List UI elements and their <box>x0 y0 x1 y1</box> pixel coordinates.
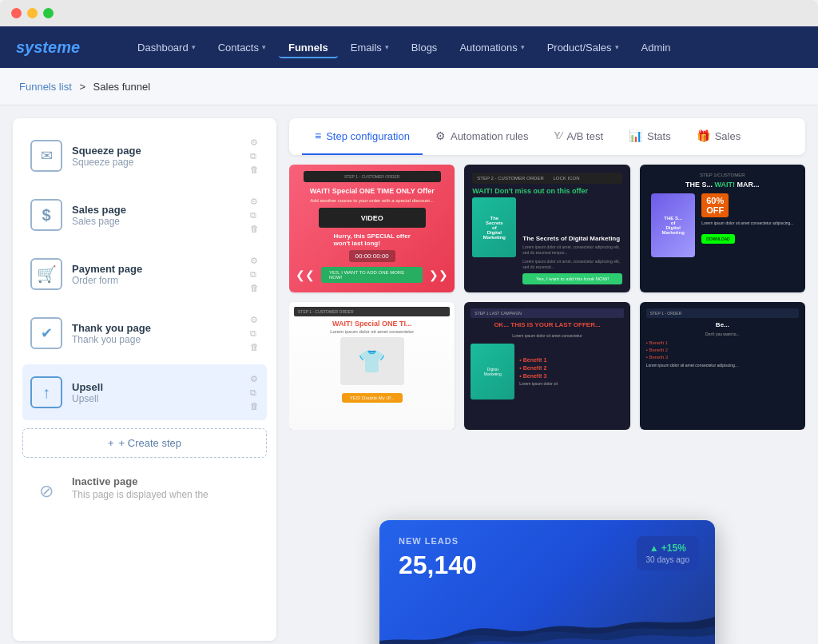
step-item-upsell[interactable]: ↑ Upsell Upsell ⚙ ⧉ 🗑 <box>22 364 267 420</box>
step-sub-upsell: Upsell <box>72 393 240 404</box>
copy-icon[interactable]: ⧉ <box>250 388 259 398</box>
template-preview-5: STEP 1 LAST CAMPAIGN OK... THIS IS YOUR … <box>464 302 629 430</box>
tab-automation-rules[interactable]: ⚙ Automation rules <box>423 118 542 155</box>
template-card-1[interactable]: STEP 1 - CUSTOMER ORDER WAIT! Special ON… <box>289 165 455 292</box>
nav-funnels[interactable]: Funnels <box>279 37 338 58</box>
delete-icon[interactable]: 🗑 <box>250 342 259 352</box>
close-button[interactable] <box>11 8 22 18</box>
minimize-button[interactable] <box>27 8 38 18</box>
plus-icon: + <box>108 437 114 449</box>
nav-items: Dashboard ▾ Contacts ▾ Funnels Emails ▾ … <box>128 37 802 58</box>
breadcrumb: Funnels list > Sales funnel <box>0 68 818 105</box>
step-title-squeeze: Squeeze page <box>72 145 240 157</box>
stats-card: NEW LEADS 25,140 ▲ +15% 30 days ago <box>379 520 715 644</box>
tab-label-ab-test: A/B test <box>567 130 604 142</box>
payment-page-icon: 🛒 <box>30 258 62 290</box>
template-card-3[interactable]: STEP 1/CUSTOMER THE S... WAIT! MAR... TH… <box>640 165 805 292</box>
delete-icon[interactable]: 🗑 <box>250 224 259 233</box>
templates-grid: STEP 1 - CUSTOMER ORDER WAIT! Special ON… <box>289 165 805 430</box>
stats-period: 30 days ago <box>646 555 690 564</box>
tab-label-sales: Sales <box>715 130 741 142</box>
nav-emails[interactable]: Emails ▾ <box>341 37 399 58</box>
inactive-page-title: Inactive page <box>72 475 208 487</box>
main-layout: ✉ Squeeze page Squeeze page ⚙ ⧉ 🗑 $ Sale… <box>0 105 818 644</box>
copy-icon[interactable]: ⧉ <box>250 151 259 161</box>
settings-icon[interactable]: ⚙ <box>250 256 259 266</box>
tab-bar: ≡ Step configuration ⚙ Automation rules … <box>289 118 805 155</box>
step-item-payment[interactable]: 🛒 Payment page Order form ⚙ ⧉ 🗑 <box>22 246 267 302</box>
chevron-down-icon: ▾ <box>521 43 525 51</box>
template-preview-3: STEP 1/CUSTOMER THE S... WAIT! MAR... TH… <box>640 165 805 292</box>
sales-page-icon: $ <box>30 199 62 231</box>
right-panel: ≡ Step configuration ⚙ Automation rules … <box>289 118 805 641</box>
template-card-2[interactable]: STEP 2 - CUSTOMER ORDER LOCK ICON WAIT! … <box>464 165 629 292</box>
tab-step-configuration[interactable]: ≡ Step configuration <box>302 118 423 155</box>
thankyou-page-icon: ✔ <box>30 317 62 349</box>
inactive-page-description: This page is displayed when the <box>72 487 208 502</box>
chevron-down-icon: ▾ <box>192 43 196 51</box>
step-actions-payment: ⚙ ⧉ 🗑 <box>250 256 259 292</box>
maximize-button[interactable] <box>43 8 54 18</box>
delete-icon[interactable]: 🗑 <box>250 283 259 292</box>
template-preview-6: STEP 1 - ORDER Be... Don't you want to..… <box>640 302 805 430</box>
create-step-button[interactable]: + + Create step <box>22 428 267 458</box>
step-title-thankyou: Thank you page <box>72 322 240 334</box>
nav-dashboard[interactable]: Dashboard ▾ <box>128 37 205 58</box>
step-sub-sales: Sales page <box>72 216 240 227</box>
nav-blogs[interactable]: Blogs <box>402 37 447 58</box>
tab-label-stats: Stats <box>647 130 671 142</box>
content-wrapper: STEP 1 - CUSTOMER ORDER WAIT! Special ON… <box>289 165 805 641</box>
template-card-6[interactable]: STEP 1 - ORDER Be... Don't you want to..… <box>640 302 805 430</box>
step-title-payment: Payment page <box>72 263 240 275</box>
stats-chart <box>379 593 715 644</box>
ab-icon: Y⁄ <box>554 130 562 141</box>
delete-icon[interactable]: 🗑 <box>250 165 259 174</box>
copy-icon[interactable]: ⧉ <box>250 210 259 221</box>
chart-icon: 📊 <box>629 129 642 142</box>
step-actions-thankyou: ⚙ ⧉ 🗑 <box>250 315 259 352</box>
breadcrumb-current: Sales funnel <box>93 81 151 93</box>
settings-icon[interactable]: ⚙ <box>250 137 259 148</box>
settings-icon[interactable]: ⚙ <box>250 374 259 384</box>
template-card-5[interactable]: STEP 1 LAST CAMPAIGN OK... THIS IS YOUR … <box>464 302 629 430</box>
squeeze-page-icon: ✉ <box>30 140 62 172</box>
navbar: systeme Dashboard ▾ Contacts ▾ Funnels E… <box>0 26 818 68</box>
step-title-sales: Sales page <box>72 204 240 216</box>
nav-admin[interactable]: Admin <box>632 37 681 58</box>
logo: systeme <box>16 38 80 57</box>
inactive-page-item[interactable]: ⊘ Inactive page This page is displayed w… <box>22 466 267 517</box>
tab-sales[interactable]: 🎁 Sales <box>684 118 754 155</box>
chevron-down-icon: ▾ <box>385 43 389 51</box>
settings-icon[interactable]: ⚙ <box>250 197 259 207</box>
delete-icon[interactable]: 🗑 <box>250 401 259 411</box>
template-preview-1: STEP 1 - CUSTOMER ORDER WAIT! Special ON… <box>289 165 455 292</box>
upsell-icon: ↑ <box>30 376 62 408</box>
template-preview-2: STEP 2 - CUSTOMER ORDER LOCK ICON WAIT! … <box>464 165 629 292</box>
nav-automations[interactable]: Automations ▾ <box>450 37 534 58</box>
create-step-label: + Create step <box>119 437 181 449</box>
step-actions-squeeze: ⚙ ⧉ 🗑 <box>250 137 259 174</box>
copy-icon[interactable]: ⧉ <box>250 269 259 280</box>
tab-stats[interactable]: 📊 Stats <box>616 118 684 155</box>
step-item-squeeze[interactable]: ✉ Squeeze page Squeeze page ⚙ ⧉ 🗑 <box>22 128 267 184</box>
templates-area: STEP 1 - CUSTOMER ORDER WAIT! Special ON… <box>289 165 805 430</box>
breadcrumb-parent[interactable]: Funnels list <box>19 81 72 93</box>
tpl1-title: WAIT! Special ONE TIME ONLY Offer <box>310 187 435 195</box>
step-item-thankyou[interactable]: ✔ Thank you page Thank you page ⚙ ⧉ 🗑 <box>22 305 267 361</box>
template-preview-4: STEP 1 - CUSTOMER ORDER WAIT! Special ON… <box>289 302 455 430</box>
tab-label-step-configuration: Step configuration <box>326 130 410 142</box>
settings-icon[interactable]: ⚙ <box>250 315 259 325</box>
tab-ab-test[interactable]: Y⁄ A/B test <box>542 119 617 155</box>
sidebar: ✉ Squeeze page Squeeze page ⚙ ⧉ 🗑 $ Sale… <box>13 118 276 641</box>
stats-badge: ▲ +15% 30 days ago <box>637 536 700 570</box>
chevron-down-icon: ▾ <box>615 43 619 51</box>
step-sub-squeeze: Squeeze page <box>72 157 240 168</box>
nav-product-sales[interactable]: Product/Sales ▾ <box>538 37 629 58</box>
step-actions-upsell: ⚙ ⧉ 🗑 <box>250 374 259 411</box>
template-card-4[interactable]: STEP 1 - CUSTOMER ORDER WAIT! Special ON… <box>289 302 455 430</box>
copy-icon[interactable]: ⧉ <box>250 328 259 339</box>
step-item-sales[interactable]: $ Sales page Sales page ⚙ ⧉ 🗑 <box>22 187 267 243</box>
step-sub-thankyou: Thank you page <box>72 334 240 345</box>
nav-contacts[interactable]: Contacts ▾ <box>208 37 276 58</box>
step-sub-payment: Order form <box>72 275 240 286</box>
